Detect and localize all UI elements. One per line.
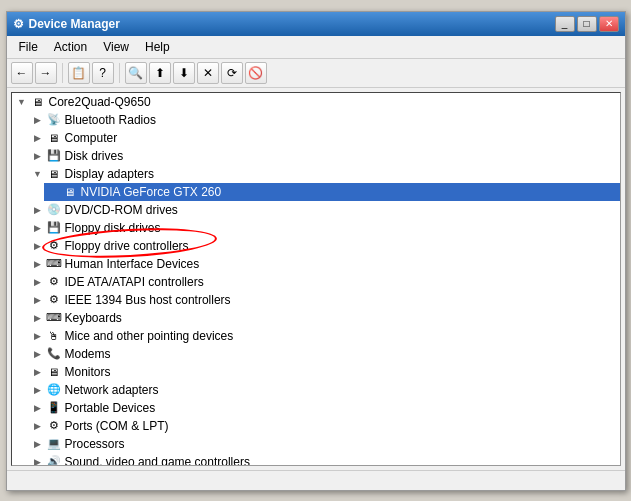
bluetooth-expander[interactable]: ▶ [30, 112, 46, 128]
status-bar [7, 470, 625, 490]
keyboards-label: Keyboards [65, 311, 122, 325]
tree-item-disk[interactable]: ▶ 💾 Disk drives [28, 147, 620, 165]
tree-item-dvd[interactable]: ▶ 💿 DVD/CD-ROM drives [28, 201, 620, 219]
tree-item-modems[interactable]: ▶ 📞 Modems [28, 345, 620, 363]
floppy-expander[interactable]: ▶ [30, 220, 46, 236]
title-icon: ⚙ [13, 17, 24, 31]
title-bar: ⚙ Device Manager _ □ ✕ [7, 12, 625, 36]
dvd-label: DVD/CD-ROM drives [65, 203, 178, 217]
tree-item-display[interactable]: ▼ 🖥 Display adapters [28, 165, 620, 183]
display-label: Display adapters [65, 167, 154, 181]
ports-icon: ⚙ [46, 418, 62, 434]
tree-item-ieee[interactable]: ▶ ⚙ IEEE 1394 Bus host controllers [28, 291, 620, 309]
sound-icon: 🔊 [46, 454, 62, 466]
tree-item-ports[interactable]: ▶ ⚙ Ports (COM & LPT) [28, 417, 620, 435]
tree-item-hid[interactable]: ▶ ⌨ Human Interface Devices [28, 255, 620, 273]
display-icon: 🖥 [46, 166, 62, 182]
tree-item-computer[interactable]: ▶ 🖥 Computer [28, 129, 620, 147]
tree-item-floppy[interactable]: ▶ 💾 Floppy disk drives [28, 219, 620, 237]
processors-expander[interactable]: ▶ [30, 436, 46, 452]
root-expander[interactable]: ▼ [14, 94, 30, 110]
scan-changes-button[interactable]: ⟳ [221, 62, 243, 84]
content-area: ▼ 🖥 Core2Quad-Q9650 ▶ 📡 Bluetooth Radios… [7, 88, 625, 470]
window-title: Device Manager [29, 17, 120, 31]
dvd-expander[interactable]: ▶ [30, 202, 46, 218]
portable-expander[interactable]: ▶ [30, 400, 46, 416]
minimize-button[interactable]: _ [555, 16, 575, 32]
menu-view[interactable]: View [95, 38, 137, 56]
mice-label: Mice and other pointing devices [65, 329, 234, 343]
network-expander[interactable]: ▶ [30, 382, 46, 398]
floppy-icon: 💾 [46, 220, 62, 236]
tree-item-network[interactable]: ▶ 🌐 Network adapters [28, 381, 620, 399]
keyboards-expander[interactable]: ▶ [30, 310, 46, 326]
toolbar: ← → 📋 ? 🔍 ⬆ ⬇ ✕ ⟳ 🚫 [7, 59, 625, 88]
tree-root[interactable]: ▼ 🖥 Core2Quad-Q9650 [12, 93, 620, 111]
tree-item-processors[interactable]: ▶ 💻 Processors [28, 435, 620, 453]
title-controls: _ □ ✕ [555, 16, 619, 32]
modems-label: Modems [65, 347, 111, 361]
ieee-icon: ⚙ [46, 292, 62, 308]
processors-icon: 💻 [46, 436, 62, 452]
tree-item-nvidia[interactable]: 🖥 NVIDIA GeForce GTX 260 [44, 183, 620, 201]
modems-icon: 📞 [46, 346, 62, 362]
ieee-expander[interactable]: ▶ [30, 292, 46, 308]
update-button[interactable]: ⬆ [149, 62, 171, 84]
network-icon: 🌐 [46, 382, 62, 398]
bluetooth-icon: 📡 [46, 112, 62, 128]
scan-button[interactable]: 🔍 [125, 62, 147, 84]
tree-item-ide[interactable]: ▶ ⚙ IDE ATA/ATAPI controllers [28, 273, 620, 291]
menu-action[interactable]: Action [46, 38, 95, 56]
nvidia-expander [46, 184, 62, 200]
mice-expander[interactable]: ▶ [30, 328, 46, 344]
sound-expander[interactable]: ▶ [30, 454, 46, 466]
forward-button[interactable]: → [35, 62, 57, 84]
tree-item-mice[interactable]: ▶ 🖱 Mice and other pointing devices [28, 327, 620, 345]
ide-expander[interactable]: ▶ [30, 274, 46, 290]
keyboards-icon: ⌨ [46, 310, 62, 326]
disable-button[interactable]: 🚫 [245, 62, 267, 84]
tree-item-portable[interactable]: ▶ 📱 Portable Devices [28, 399, 620, 417]
tree-item-monitors[interactable]: ▶ 🖥 Monitors [28, 363, 620, 381]
hid-icon: ⌨ [46, 256, 62, 272]
portable-label: Portable Devices [65, 401, 156, 415]
mice-icon: 🖱 [46, 328, 62, 344]
close-button[interactable]: ✕ [599, 16, 619, 32]
ports-expander[interactable]: ▶ [30, 418, 46, 434]
tree-item-bluetooth[interactable]: ▶ 📡 Bluetooth Radios [28, 111, 620, 129]
disk-icon: 💾 [46, 148, 62, 164]
rollback-button[interactable]: ⬇ [173, 62, 195, 84]
hid-label: Human Interface Devices [65, 257, 200, 271]
menu-bar: File Action View Help [7, 36, 625, 59]
computer-expander[interactable]: ▶ [30, 130, 46, 146]
computer-label: Computer [65, 131, 118, 145]
help-button[interactable]: ? [92, 62, 114, 84]
menu-help[interactable]: Help [137, 38, 178, 56]
toolbar-sep2 [119, 63, 120, 83]
tree-item-sound[interactable]: ▶ 🔊 Sound, video and game controllers [28, 453, 620, 466]
floppy-ctrl-icon: ⚙ [46, 238, 62, 254]
floppy-ctrl-expander[interactable]: ▶ [30, 238, 46, 254]
display-expander[interactable]: ▼ [30, 166, 46, 182]
tree-item-floppy-ctrl[interactable]: ▶ ⚙ Floppy drive controllers [28, 237, 620, 255]
maximize-button[interactable]: □ [577, 16, 597, 32]
computer-icon2: 🖥 [46, 130, 62, 146]
properties-button[interactable]: 📋 [68, 62, 90, 84]
disk-expander[interactable]: ▶ [30, 148, 46, 164]
monitors-icon: 🖥 [46, 364, 62, 380]
modems-expander[interactable]: ▶ [30, 346, 46, 362]
tree-item-keyboards[interactable]: ▶ ⌨ Keyboards [28, 309, 620, 327]
ide-label: IDE ATA/ATAPI controllers [65, 275, 204, 289]
back-button[interactable]: ← [11, 62, 33, 84]
tree-view[interactable]: ▼ 🖥 Core2Quad-Q9650 ▶ 📡 Bluetooth Radios… [11, 92, 621, 466]
hid-expander[interactable]: ▶ [30, 256, 46, 272]
monitors-expander[interactable]: ▶ [30, 364, 46, 380]
dvd-icon: 💿 [46, 202, 62, 218]
uninstall-button[interactable]: ✕ [197, 62, 219, 84]
computer-icon: 🖥 [30, 94, 46, 110]
menu-file[interactable]: File [11, 38, 46, 56]
nvidia-icon: 🖥 [62, 184, 78, 200]
device-manager-window: ⚙ Device Manager _ □ ✕ File Action View … [6, 11, 626, 491]
ports-label: Ports (COM & LPT) [65, 419, 169, 433]
nvidia-label: NVIDIA GeForce GTX 260 [81, 185, 222, 199]
